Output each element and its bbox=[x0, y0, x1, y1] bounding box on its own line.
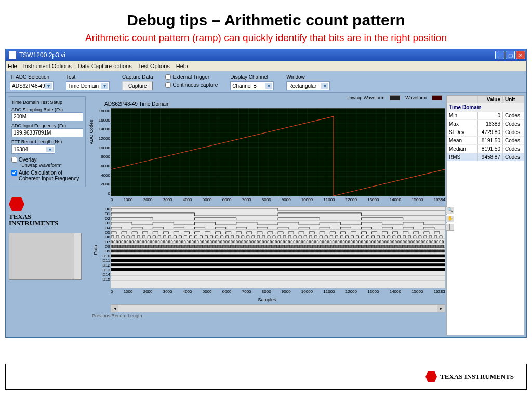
legend-waveform-swatch bbox=[432, 95, 442, 100]
close-button[interactable]: ✕ bbox=[516, 51, 525, 59]
capture-button[interactable]: Capture bbox=[122, 81, 153, 90]
continuous-capture-label: Continuous capture bbox=[172, 82, 218, 88]
stats-hdr-value: Value bbox=[478, 96, 503, 103]
slide-subtitle: Arithmetic count pattern (ramp) can quic… bbox=[0, 32, 532, 49]
autocalc-checkbox[interactable]: Auto Calculation of Coherent Input Frequ… bbox=[11, 170, 83, 181]
menu-file[interactable]: File bbox=[8, 63, 17, 69]
capture-label: Capture Data bbox=[122, 74, 153, 80]
autocalc-label: Auto Calculation of Coherent Input Frequ… bbox=[19, 170, 81, 181]
ti-chip-icon bbox=[9, 197, 24, 211]
stats-hdr-unit: Unit bbox=[503, 96, 524, 103]
stats-section: Time Domain bbox=[447, 103, 524, 111]
preview-scrollbar[interactable] bbox=[74, 233, 81, 279]
app-window: TSW1200 2p3.vi _ ▢ ✕ File Instrument Opt… bbox=[5, 49, 527, 338]
digital-xticks: 0100020003000400050006000700080009000100… bbox=[89, 288, 445, 296]
window-type-dropdown[interactable]: Rectangular bbox=[286, 81, 330, 90]
ti-text-2: INSTRUMENTS bbox=[9, 220, 58, 227]
digital-plot[interactable]: Data D0D1D2D3D4D5D6D7D8D9D10D11D12D13D14… bbox=[111, 206, 445, 288]
fc-label: ADC Input Frequency (Fc) bbox=[11, 123, 83, 128]
cursor-icon[interactable]: ┼ bbox=[446, 223, 454, 231]
menu-data-capture[interactable]: Data Capture options bbox=[78, 63, 132, 69]
ns-label: FFT Record Length (Ns) bbox=[11, 139, 83, 144]
external-trigger-label: External Trigger bbox=[172, 74, 209, 80]
zoom-icon[interactable]: 🔍 bbox=[446, 207, 454, 214]
footer-ti-icon bbox=[425, 371, 437, 382]
overlay-checkbox[interactable]: Overlay bbox=[11, 157, 83, 163]
stats-row: Max16383Codes bbox=[447, 119, 524, 128]
test-dropdown[interactable]: Time Domain bbox=[66, 81, 110, 90]
stats-row: Median8191.50Codes bbox=[447, 144, 524, 153]
stats-row: RMS9458.87Codes bbox=[447, 153, 524, 161]
stats-row: Mean8191.50Codes bbox=[447, 136, 524, 144]
digital-bit-labels: D0D1D2D3D4D5D6D7D8D9D10D11D12D13D14D15 bbox=[98, 207, 110, 281]
menu-bar: File Instrument Options Data Capture opt… bbox=[6, 61, 526, 71]
preview-panel bbox=[9, 233, 82, 280]
stats-row: Min0Codes bbox=[447, 111, 524, 119]
hand-icon[interactable]: ✋ bbox=[446, 215, 454, 222]
digital-lanes bbox=[111, 207, 445, 288]
sidebar: Time Domain Test Setup ADC Sampling Rate… bbox=[6, 93, 89, 337]
plot-controls: 🔍 ✋ ┼ bbox=[446, 207, 456, 231]
toolbar: TI ADC Selection ADS62P48-49 Test Time D… bbox=[6, 71, 526, 93]
plot-title: ADS62P48-49 Time Domain bbox=[89, 100, 445, 108]
external-trigger-checkbox[interactable]: External Trigger bbox=[165, 74, 218, 80]
fs-label: ADC Sampling Rate (Fs) bbox=[11, 107, 83, 112]
plot-svg bbox=[111, 109, 445, 196]
fc-input[interactable] bbox=[11, 128, 83, 137]
legend-unwrap: Unwrap Waveform bbox=[346, 95, 384, 100]
menu-test-options[interactable]: Test Options bbox=[138, 63, 170, 69]
stats-row: St Dev4729.80Codes bbox=[447, 128, 524, 136]
display-channel-dropdown[interactable]: Channel B bbox=[230, 81, 274, 90]
ns-dropdown[interactable]: 16384 bbox=[11, 144, 55, 154]
legend-waveform: Waveform bbox=[405, 95, 427, 100]
horizontal-scrollbar[interactable] bbox=[111, 304, 445, 312]
digital-ylabel: Data bbox=[93, 245, 98, 255]
window-type-label: Window bbox=[286, 74, 330, 80]
test-label: Test bbox=[66, 74, 110, 80]
setup-legend: Time Domain Test Setup bbox=[11, 100, 83, 105]
slide-title: Debug tips – Arithmetic count pattern bbox=[0, 0, 532, 32]
footer-ti-text: TEXAS INSTRUMENTS bbox=[440, 373, 514, 381]
plot-ylabel: ADC Codes bbox=[89, 119, 94, 144]
plot-yticks: 1800016000140001200010000800060004000200… bbox=[95, 109, 110, 196]
app-icon bbox=[9, 51, 16, 59]
legend-unwrap-swatch bbox=[390, 95, 400, 100]
slide-footer: TEXAS INSTRUMENTS bbox=[5, 364, 527, 390]
plot-xticks: 0100020003000400050006000700080009000100… bbox=[89, 196, 445, 204]
adc-selection-label: TI ADC Selection bbox=[10, 74, 54, 80]
stats-table: Value Unit Time Domain Min0Codes Max1638… bbox=[446, 95, 524, 335]
maximize-button[interactable]: ▢ bbox=[506, 51, 515, 59]
digital-xlabel: Samples bbox=[89, 296, 445, 302]
window-title: TSW1200 2p3.vi bbox=[19, 51, 65, 59]
fs-input[interactable] bbox=[11, 112, 83, 121]
ti-logo: TEXAS INSTRUMENTS bbox=[9, 197, 86, 227]
minimize-button[interactable]: _ bbox=[495, 51, 504, 59]
overlay-label: Overlay bbox=[19, 157, 36, 163]
menu-instrument[interactable]: Instrument Options bbox=[23, 63, 72, 69]
status-text: Previous Record Length bbox=[89, 312, 445, 320]
time-domain-plot[interactable]: ADC Codes 180001600014000120001000080006… bbox=[111, 108, 445, 196]
adc-selection-dropdown[interactable]: ADS62P48-49 bbox=[10, 81, 54, 90]
overlay-sublabel: "Unwrap Waveform" bbox=[11, 163, 83, 168]
titlebar: TSW1200 2p3.vi _ ▢ ✕ bbox=[6, 49, 526, 61]
display-channel-label: Display Channel bbox=[230, 74, 274, 80]
continuous-capture-checkbox[interactable]: Continuous capture bbox=[165, 82, 218, 88]
menu-help[interactable]: Help bbox=[176, 63, 188, 69]
